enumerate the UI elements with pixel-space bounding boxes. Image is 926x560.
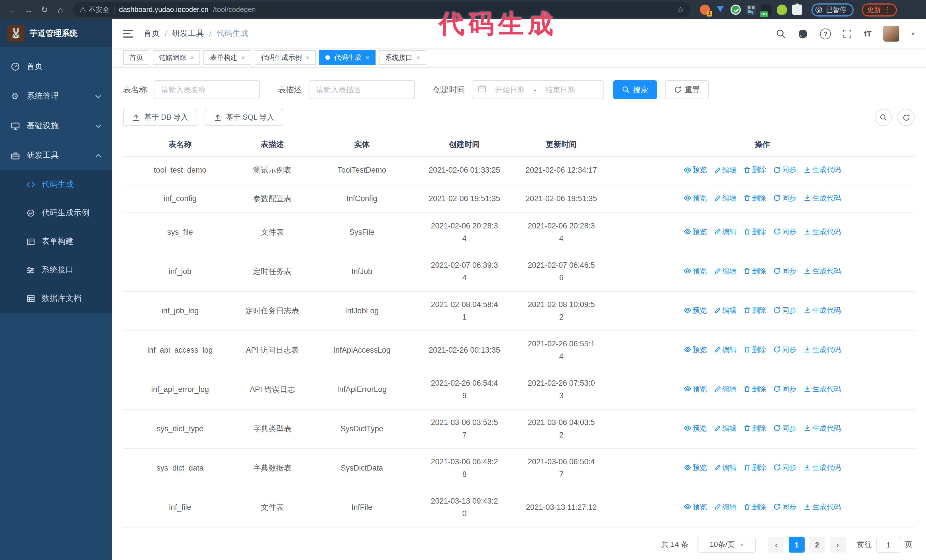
preview-link[interactable]: 预览 <box>684 265 707 278</box>
user-avatar[interactable] <box>884 26 899 42</box>
tab-system-api[interactable]: 系统接口 × <box>379 50 427 65</box>
date-range-picker[interactable]: - <box>472 80 604 99</box>
import-sql-button[interactable]: 基于 SQL 导入 <box>205 109 283 126</box>
search-icon[interactable] <box>776 29 786 38</box>
preview-link[interactable]: 预览 <box>684 344 707 356</box>
delete-link[interactable]: 删除 <box>743 304 766 317</box>
page-size-select[interactable]: 10条/页 ▾ <box>698 537 756 552</box>
help-icon[interactable]: ? <box>820 28 831 39</box>
sync-link[interactable]: 同步 <box>773 344 796 356</box>
browser-reload-icon[interactable]: ↻ <box>38 3 51 17</box>
delete-link[interactable]: 删除 <box>743 383 766 395</box>
edit-link[interactable]: 编辑 <box>714 164 737 176</box>
delete-link[interactable]: 删除 <box>743 226 766 238</box>
delete-link[interactable]: 删除 <box>743 163 766 176</box>
app-logo[interactable]: 🐰 芋道管理系统 <box>0 20 112 47</box>
sidebar-item-devtools[interactable]: 研发工具 <box>0 141 112 171</box>
paused-badge[interactable]: 😲 已暂停 <box>811 3 853 16</box>
address-bar[interactable]: ⚠ 不安全 dashboard.yudao.iocoder.cn /tool/c… <box>73 2 691 17</box>
page-button-2[interactable]: 2 <box>809 537 825 552</box>
text-size-icon[interactable]: tT <box>864 29 872 38</box>
sidebar-item-infrastructure[interactable]: 基础设施 <box>0 111 112 141</box>
sync-link[interactable]: 同步 <box>773 501 796 513</box>
preview-link[interactable]: 预览 <box>684 462 707 474</box>
sync-link[interactable]: 同步 <box>773 422 796 435</box>
bookmark-star-icon[interactable]: ☆ <box>677 5 684 14</box>
tab-close-icon[interactable]: × <box>366 54 369 61</box>
generate-code-link[interactable]: 生成代码 <box>803 226 841 238</box>
tab-close-icon[interactable]: × <box>416 54 420 61</box>
generate-code-link[interactable]: 生成代码 <box>803 265 841 278</box>
extension-icon-6[interactable] <box>777 5 787 15</box>
end-date-input[interactable] <box>540 86 581 94</box>
preview-link[interactable]: 预览 <box>684 501 707 513</box>
browser-back-icon[interactable]: ← <box>6 3 20 17</box>
sync-link[interactable]: 同步 <box>773 265 796 278</box>
delete-link[interactable]: 删除 <box>743 462 766 474</box>
import-db-button[interactable]: 基于 DB 导入 <box>123 109 197 126</box>
edit-link[interactable]: 编辑 <box>714 192 737 205</box>
edit-link[interactable]: 编辑 <box>714 305 737 317</box>
search-button[interactable]: 搜索 <box>613 80 657 99</box>
sidebar-item-codegen-example[interactable]: 代码生成示例 <box>0 199 112 227</box>
tab-close-icon[interactable]: × <box>190 54 194 61</box>
sync-link[interactable]: 同步 <box>773 163 796 176</box>
refresh-table-button[interactable] <box>897 109 915 126</box>
edit-link[interactable]: 编辑 <box>714 344 737 356</box>
update-browser-button[interactable]: 更新 ⋮ <box>861 3 897 16</box>
preview-link[interactable]: 预览 <box>684 422 707 435</box>
browser-forward-icon[interactable]: → <box>22 3 35 17</box>
table-name-input[interactable] <box>154 80 260 99</box>
table-desc-input[interactable] <box>309 80 415 99</box>
sync-link[interactable]: 同步 <box>773 383 796 395</box>
tab-home[interactable]: 首页 <box>123 50 149 65</box>
delete-link[interactable]: 删除 <box>743 192 766 204</box>
generate-code-link[interactable]: 生成代码 <box>803 462 841 474</box>
extension-icon-5[interactable]: on <box>761 5 772 15</box>
browser-menu-dots-icon[interactable]: ⋮ <box>884 6 891 14</box>
sync-link[interactable]: 同步 <box>773 226 796 238</box>
preview-link[interactable]: 预览 <box>684 383 707 395</box>
tab-close-icon[interactable]: × <box>306 54 310 61</box>
delete-link[interactable]: 删除 <box>743 344 766 356</box>
edit-link[interactable]: 编辑 <box>714 383 737 395</box>
tab-form-builder[interactable]: 表单构建 × <box>204 50 251 65</box>
fullscreen-icon[interactable] <box>843 29 852 38</box>
goto-page-input[interactable] <box>876 537 900 552</box>
page-button-1[interactable]: 1 <box>789 537 805 552</box>
breadcrumb-item[interactable]: 研发工具 <box>172 29 204 39</box>
generate-code-link[interactable]: 生成代码 <box>803 304 841 317</box>
hamburger-icon[interactable] <box>123 30 133 38</box>
sync-link[interactable]: 同步 <box>773 192 796 204</box>
next-page-button[interactable]: › <box>830 537 846 552</box>
extension-icon-3[interactable] <box>731 5 741 15</box>
edit-link[interactable]: 编辑 <box>714 265 737 278</box>
toggle-search-button[interactable] <box>875 109 892 126</box>
sidebar-item-db-doc[interactable]: 数据库文档 <box>0 284 112 313</box>
preview-link[interactable]: 预览 <box>684 163 707 176</box>
browser-home-icon[interactable]: ⌂ <box>54 3 67 17</box>
generate-code-link[interactable]: 生成代码 <box>803 192 841 204</box>
start-date-input[interactable] <box>490 86 531 94</box>
sidebar-item-home[interactable]: 首页 <box>0 52 112 82</box>
prev-page-button[interactable]: ‹ <box>768 537 784 552</box>
tab-codegen-example[interactable]: 代码生成示例 × <box>255 50 316 65</box>
generate-code-link[interactable]: 生成代码 <box>803 501 841 513</box>
delete-link[interactable]: 删除 <box>743 501 766 513</box>
avatar-caret-icon[interactable]: ▾ <box>911 30 915 37</box>
sidebar-item-form-builder[interactable]: 表单构建 <box>0 227 112 256</box>
tab-close-icon[interactable]: × <box>241 54 245 61</box>
edit-link[interactable]: 编辑 <box>714 226 737 238</box>
github-icon[interactable] <box>798 29 808 39</box>
reset-button[interactable]: 重置 <box>665 80 709 99</box>
tab-tracing[interactable]: 链路追踪 × <box>153 50 200 65</box>
sidebar-item-system[interactable]: ⚙ 系统管理 <box>0 82 112 111</box>
preview-link[interactable]: 预览 <box>684 304 707 317</box>
extension-icon-1[interactable]: 1 <box>700 5 710 15</box>
preview-link[interactable]: 预览 <box>684 192 707 204</box>
sync-link[interactable]: 同步 <box>773 304 796 317</box>
tab-codegen[interactable]: 代码生成 × <box>319 50 375 65</box>
extension-icon-4[interactable] <box>746 5 756 15</box>
edit-link[interactable]: 编辑 <box>714 462 737 474</box>
delete-link[interactable]: 删除 <box>743 265 766 278</box>
